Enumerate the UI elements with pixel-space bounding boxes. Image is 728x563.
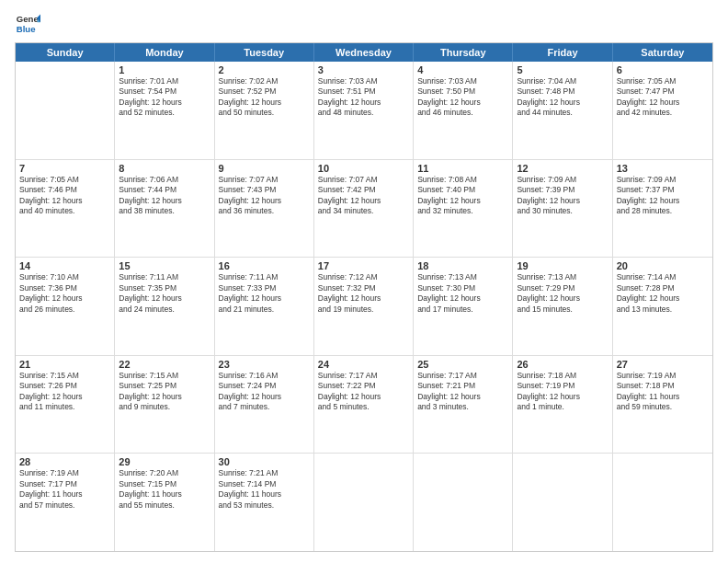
day-number: 20 (617, 260, 709, 271)
calendar-cell: 10Sunrise: 7:07 AM Sunset: 7:42 PM Dayli… (314, 160, 414, 258)
day-number: 27 (617, 359, 709, 370)
logo: General Blue (15, 11, 44, 37)
cell-text: Sunrise: 7:17 AM Sunset: 7:22 PM Dayligh… (318, 371, 409, 413)
cell-text: Sunrise: 7:05 AM Sunset: 7:47 PM Dayligh… (617, 76, 709, 119)
day-number: 29 (119, 456, 210, 467)
calendar-cell: 20Sunrise: 7:14 AM Sunset: 7:28 PM Dayli… (613, 258, 712, 355)
day-number: 6 (617, 64, 709, 75)
cell-text: Sunrise: 7:06 AM Sunset: 7:44 PM Dayligh… (119, 175, 210, 217)
cell-text: Sunrise: 7:17 AM Sunset: 7:21 PM Dayligh… (417, 371, 508, 413)
calendar-cell: 25Sunrise: 7:17 AM Sunset: 7:21 PM Dayli… (414, 356, 513, 454)
calendar-row-2: 14Sunrise: 7:10 AM Sunset: 7:36 PM Dayli… (16, 258, 712, 356)
day-number: 21 (19, 359, 110, 370)
cell-text: Sunrise: 7:13 AM Sunset: 7:29 PM Dayligh… (517, 272, 608, 315)
day-number: 4 (417, 64, 508, 75)
cell-text: Sunrise: 7:11 AM Sunset: 7:33 PM Dayligh… (219, 272, 310, 315)
logo-icon: General Blue (15, 11, 40, 37)
calendar-cell: 30Sunrise: 7:21 AM Sunset: 7:14 PM Dayli… (215, 454, 314, 551)
calendar: SundayMondayTuesdayWednesdayThursdayFrid… (15, 42, 713, 552)
cell-text: Sunrise: 7:05 AM Sunset: 7:46 PM Dayligh… (19, 175, 110, 217)
day-number: 10 (318, 163, 409, 174)
calendar-cell: 14Sunrise: 7:10 AM Sunset: 7:36 PM Dayli… (16, 258, 115, 355)
calendar-cell (613, 454, 712, 551)
svg-text:General: General (17, 14, 40, 24)
calendar-cell: 3Sunrise: 7:03 AM Sunset: 7:51 PM Daylig… (314, 62, 414, 159)
day-number: 3 (318, 64, 409, 75)
calendar-cell: 1Sunrise: 7:01 AM Sunset: 7:54 PM Daylig… (115, 62, 214, 159)
cell-text: Sunrise: 7:19 AM Sunset: 7:18 PM Dayligh… (617, 371, 709, 413)
cell-text: Sunrise: 7:09 AM Sunset: 7:37 PM Dayligh… (617, 175, 709, 217)
day-number: 24 (318, 359, 409, 370)
calendar-header: SundayMondayTuesdayWednesdayThursdayFrid… (16, 43, 712, 62)
day-number: 18 (417, 260, 508, 271)
calendar-cell: 16Sunrise: 7:11 AM Sunset: 7:33 PM Dayli… (215, 258, 314, 355)
cell-text: Sunrise: 7:03 AM Sunset: 7:50 PM Dayligh… (417, 76, 508, 119)
day-number: 12 (517, 163, 608, 174)
header-day-wednesday: Wednesday (314, 43, 414, 62)
day-number: 11 (417, 163, 508, 174)
cell-text: Sunrise: 7:10 AM Sunset: 7:36 PM Dayligh… (19, 272, 110, 315)
calendar-cell: 18Sunrise: 7:13 AM Sunset: 7:30 PM Dayli… (414, 258, 513, 355)
cell-text: Sunrise: 7:09 AM Sunset: 7:39 PM Dayligh… (517, 175, 608, 217)
cell-text: Sunrise: 7:07 AM Sunset: 7:43 PM Dayligh… (219, 175, 310, 217)
svg-text:Blue: Blue (17, 24, 36, 34)
header-day-tuesday: Tuesday (215, 43, 314, 62)
calendar-cell: 6Sunrise: 7:05 AM Sunset: 7:47 PM Daylig… (613, 62, 712, 159)
cell-text: Sunrise: 7:13 AM Sunset: 7:30 PM Dayligh… (417, 272, 508, 315)
calendar-cell: 26Sunrise: 7:18 AM Sunset: 7:19 PM Dayli… (513, 356, 612, 454)
calendar-row-3: 21Sunrise: 7:15 AM Sunset: 7:26 PM Dayli… (16, 356, 712, 454)
day-number: 16 (219, 260, 310, 271)
day-number: 7 (19, 163, 110, 174)
cell-text: Sunrise: 7:12 AM Sunset: 7:32 PM Dayligh… (318, 272, 409, 315)
cell-text: Sunrise: 7:15 AM Sunset: 7:26 PM Dayligh… (19, 371, 110, 413)
cell-text: Sunrise: 7:01 AM Sunset: 7:54 PM Dayligh… (119, 76, 210, 119)
calendar-cell: 23Sunrise: 7:16 AM Sunset: 7:24 PM Dayli… (215, 356, 314, 454)
day-number: 8 (119, 163, 210, 174)
day-number: 17 (318, 260, 409, 271)
header-day-friday: Friday (513, 43, 612, 62)
cell-text: Sunrise: 7:11 AM Sunset: 7:35 PM Dayligh… (119, 272, 210, 315)
day-number: 15 (119, 260, 210, 271)
cell-text: Sunrise: 7:04 AM Sunset: 7:48 PM Dayligh… (517, 76, 608, 119)
calendar-cell: 7Sunrise: 7:05 AM Sunset: 7:46 PM Daylig… (16, 160, 115, 258)
calendar-cell: 13Sunrise: 7:09 AM Sunset: 7:37 PM Dayli… (613, 160, 712, 258)
cell-text: Sunrise: 7:14 AM Sunset: 7:28 PM Dayligh… (617, 272, 709, 315)
day-number: 14 (19, 260, 110, 271)
calendar-cell: 4Sunrise: 7:03 AM Sunset: 7:50 PM Daylig… (414, 62, 513, 159)
calendar-cell: 28Sunrise: 7:19 AM Sunset: 7:17 PM Dayli… (16, 454, 115, 551)
cell-text: Sunrise: 7:07 AM Sunset: 7:42 PM Dayligh… (318, 175, 409, 217)
cell-text: Sunrise: 7:08 AM Sunset: 7:40 PM Dayligh… (417, 175, 508, 217)
day-number: 1 (119, 64, 210, 75)
day-number: 5 (517, 64, 608, 75)
calendar-row-0: 1Sunrise: 7:01 AM Sunset: 7:54 PM Daylig… (16, 62, 712, 160)
day-number: 28 (19, 456, 110, 467)
calendar-cell: 11Sunrise: 7:08 AM Sunset: 7:40 PM Dayli… (414, 160, 513, 258)
day-number: 13 (617, 163, 709, 174)
header-day-monday: Monday (115, 43, 214, 62)
calendar-cell: 12Sunrise: 7:09 AM Sunset: 7:39 PM Dayli… (513, 160, 612, 258)
header-day-thursday: Thursday (414, 43, 513, 62)
day-number: 19 (517, 260, 608, 271)
day-number: 9 (219, 163, 310, 174)
calendar-cell: 8Sunrise: 7:06 AM Sunset: 7:44 PM Daylig… (115, 160, 214, 258)
calendar-cell: 27Sunrise: 7:19 AM Sunset: 7:18 PM Dayli… (613, 356, 712, 454)
calendar-cell: 17Sunrise: 7:12 AM Sunset: 7:32 PM Dayli… (314, 258, 414, 355)
calendar-cell: 15Sunrise: 7:11 AM Sunset: 7:35 PM Dayli… (115, 258, 214, 355)
calendar-cell (314, 454, 414, 551)
calendar-row-4: 28Sunrise: 7:19 AM Sunset: 7:17 PM Dayli… (16, 454, 712, 551)
calendar-cell: 19Sunrise: 7:13 AM Sunset: 7:29 PM Dayli… (513, 258, 612, 355)
header: General Blue (15, 11, 713, 37)
page: General Blue SundayMondayTuesdayWednesda… (0, 0, 728, 563)
day-number: 25 (417, 359, 508, 370)
cell-text: Sunrise: 7:18 AM Sunset: 7:19 PM Dayligh… (517, 371, 608, 413)
calendar-cell: 2Sunrise: 7:02 AM Sunset: 7:52 PM Daylig… (215, 62, 314, 159)
calendar-cell: 24Sunrise: 7:17 AM Sunset: 7:22 PM Dayli… (314, 356, 414, 454)
calendar-cell (414, 454, 513, 551)
cell-text: Sunrise: 7:21 AM Sunset: 7:14 PM Dayligh… (219, 468, 310, 511)
calendar-cell: 9Sunrise: 7:07 AM Sunset: 7:43 PM Daylig… (215, 160, 314, 258)
calendar-row-1: 7Sunrise: 7:05 AM Sunset: 7:46 PM Daylig… (16, 160, 712, 259)
calendar-cell: 29Sunrise: 7:20 AM Sunset: 7:15 PM Dayli… (115, 454, 214, 551)
calendar-cell (513, 454, 612, 551)
cell-text: Sunrise: 7:02 AM Sunset: 7:52 PM Dayligh… (219, 76, 310, 119)
header-day-saturday: Saturday (613, 43, 712, 62)
